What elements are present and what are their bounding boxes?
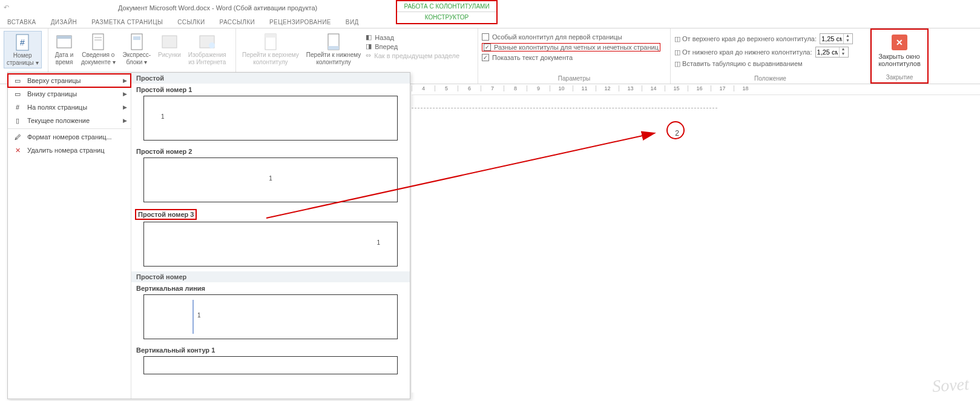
- current-pos-icon: ▯: [13, 116, 22, 125]
- gallery-item-plain-2[interactable]: Простой номер 2: [131, 145, 410, 156]
- undo-icon[interactable]: ↶: [4, 4, 12, 12]
- close-header-footer-button[interactable]: ✕ Закрыть окноколонтитулов: [870, 32, 929, 70]
- group-label-options: Параметры: [478, 74, 670, 84]
- different-first-page-checkbox[interactable]: Особый колонтитул для первой страницы: [482, 33, 660, 41]
- title-text: Документ Microsoft Word.docx - Word (Сбо…: [118, 4, 317, 12]
- different-odd-even-checkbox[interactable]: ✓Разные колонтитулы для четных и нечетны…: [482, 43, 660, 51]
- online-picture-icon: [197, 32, 217, 51]
- contextual-tab-title: РАБОТА С КОЛОНТИТУЛАМИ: [397, 1, 496, 12]
- gallery-preview-1[interactable]: 1: [143, 96, 398, 141]
- header-from-top: ◫ От верхнего края до верхнего колонтиту…: [674, 33, 853, 44]
- tab-page-layout[interactable]: РАЗМЕТКА СТРАНИЦЫ: [84, 17, 170, 28]
- quick-parts-icon: [127, 32, 146, 51]
- svg-rect-4: [93, 34, 104, 50]
- pictures-button[interactable]: Рисунки: [156, 31, 183, 60]
- goto-header-icon: [261, 32, 280, 51]
- date-time-button[interactable]: Дата ивремя: [52, 31, 76, 67]
- svg-rect-9: [162, 36, 177, 48]
- svg-rect-3: [57, 36, 71, 39]
- contextual-tab-design[interactable]: КОНСТРУКТОР: [397, 12, 496, 23]
- svg-rect-7: [131, 34, 142, 50]
- goto-footer-icon: [324, 32, 343, 51]
- remove-icon: ✕: [13, 145, 22, 155]
- prev-icon: ◧: [366, 33, 372, 41]
- gallery-preview-4[interactable]: 1: [143, 294, 398, 339]
- gallery-preview-5[interactable]: [143, 356, 398, 374]
- gallery-heading-simple-number: Простой номер: [131, 271, 410, 282]
- tab-view[interactable]: ВИД: [338, 17, 366, 28]
- previous-section-button[interactable]: ◧Назад: [366, 33, 459, 41]
- page-number-dropdown: ▭ Вверху страницы▶ ▭ Внизу страницы▶ # Н…: [7, 72, 410, 399]
- gallery-item-vertical-outline-1[interactable]: Вертикальный контур 1: [131, 344, 410, 355]
- gallery-item-plain-1[interactable]: Простой номер 1: [131, 84, 410, 94]
- calendar-icon: [54, 32, 74, 51]
- menu-remove-page-numbers[interactable]: ✕ Удалить номера страниц: [8, 144, 131, 157]
- next-section-button[interactable]: ◨Вперед: [366, 42, 459, 50]
- svg-rect-13: [265, 34, 276, 38]
- insert-alignment-tab[interactable]: ◫ Вставить табуляцию с выравниванием: [674, 60, 853, 68]
- svg-rect-15: [328, 46, 339, 50]
- footer-from-bottom: ◫ От нижнего края до нижнего колонтитула…: [674, 47, 853, 58]
- ribbon-tabs: ВСТАВКА ДИЗАЙН РАЗМЕТКА СТРАНИЦЫ ССЫЛКИ …: [0, 15, 980, 28]
- dropdown-menu: ▭ Вверху страницы▶ ▭ Внизу страницы▶ # Н…: [8, 73, 131, 399]
- tab-mailings[interactable]: РАССЫЛКИ: [212, 17, 263, 28]
- footer-from-bottom-spinner[interactable]: ▲▼: [815, 47, 849, 58]
- quick-access-toolbar: ↶: [0, 0, 12, 15]
- gallery-item-plain-3[interactable]: Простой номер 3: [135, 209, 197, 220]
- group-label-close: Закрытие: [872, 73, 927, 82]
- tab-review[interactable]: РЕЦЕНЗИРОВАНИЕ: [262, 17, 338, 28]
- show-document-text-checkbox[interactable]: ✓Показать текст документа: [482, 54, 660, 61]
- document-info-button[interactable]: Сведения одокументе ▾: [79, 31, 118, 67]
- group-label-position: Положение: [671, 74, 870, 84]
- page-number-icon: #: [13, 33, 32, 52]
- header-from-top-spinner[interactable]: ▲▼: [820, 33, 853, 44]
- page-top-icon: ▭: [13, 76, 22, 85]
- menu-current-position[interactable]: ▯ Текущее положение▶: [8, 114, 131, 127]
- link-icon: ⇔: [366, 51, 371, 59]
- gallery-item-vertical-line[interactable]: Вертикальная линия: [131, 282, 410, 293]
- doc-info-icon: [88, 32, 108, 51]
- tab-insert[interactable]: ВСТАВКА: [0, 17, 44, 28]
- page-number-button[interactable]: # Номерстраницы ▾: [4, 31, 42, 68]
- gallery[interactable]: Простой Простой номер 1 1 Простой номер …: [131, 73, 410, 399]
- gallery-heading-simple: Простой: [131, 73, 410, 84]
- online-pictures-button[interactable]: Изображенияиз Интернета: [186, 31, 229, 67]
- link-previous-button[interactable]: ⇔Как в предыдущем разделе: [366, 51, 459, 59]
- menu-bottom-of-page[interactable]: ▭ Внизу страницы▶: [8, 87, 131, 101]
- goto-footer-button[interactable]: Перейти к нижнемуколонтитулу: [304, 31, 363, 67]
- page-bottom-icon: ▭: [13, 89, 22, 99]
- menu-top-of-page[interactable]: ▭ Вверху страницы▶: [8, 74, 131, 87]
- document-page[interactable]: 2: [412, 108, 717, 393]
- menu-format-page-numbers[interactable]: 🖉 Формат номеров страниц...: [8, 130, 131, 144]
- contextual-tab-header-footer: РАБОТА С КОЛОНТИТУЛАМИ КОНСТРУКТОР: [396, 0, 498, 24]
- annotation-circle: [666, 121, 685, 139]
- svg-rect-8: [133, 36, 140, 40]
- tab-references[interactable]: ССЫЛКИ: [170, 17, 212, 28]
- next-icon: ◨: [366, 42, 372, 50]
- svg-text:#: #: [20, 38, 25, 47]
- gallery-preview-3[interactable]: 1: [143, 222, 398, 267]
- watermark: Sovet: [932, 374, 970, 396]
- goto-header-button[interactable]: Перейти к верхнемуколонтитулу: [240, 31, 301, 67]
- picture-icon: [160, 32, 179, 51]
- quick-parts-button[interactable]: Экспресс-блоки ▾: [120, 31, 154, 67]
- gallery-preview-2[interactable]: 1: [143, 157, 398, 202]
- menu-page-margins[interactable]: # На полях страницы▶: [8, 101, 131, 114]
- format-icon: 🖉: [13, 132, 22, 142]
- close-icon: ✕: [892, 35, 907, 50]
- svg-point-11: [209, 42, 215, 48]
- horizontal-ruler[interactable]: 456789101112131415161718: [412, 85, 980, 95]
- page-margin-icon: #: [13, 102, 22, 112]
- tab-design[interactable]: ДИЗАЙН: [44, 17, 84, 28]
